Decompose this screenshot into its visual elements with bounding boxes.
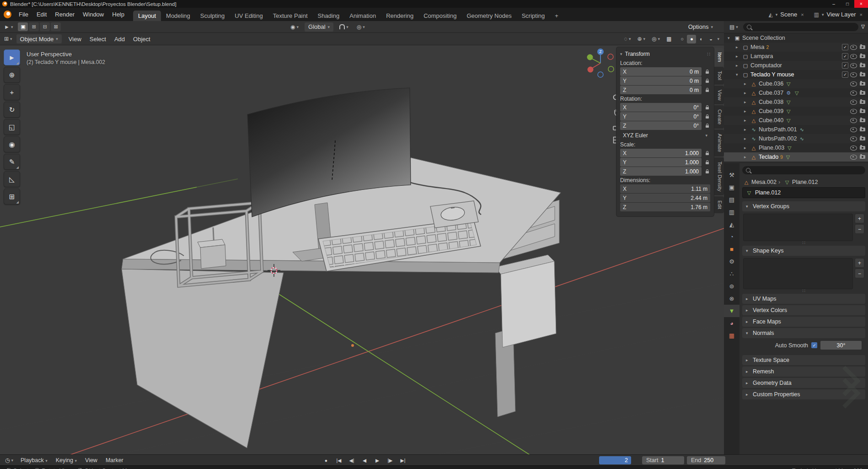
empty-list-box[interactable] bbox=[743, 214, 853, 241]
sidebar-tab[interactable]: Texel Density bbox=[714, 157, 724, 195]
sidebar-tab[interactable]: View bbox=[714, 86, 724, 105]
playback-button[interactable]: ▶ bbox=[371, 455, 383, 465]
item-label[interactable]: Cube.036 bbox=[759, 81, 783, 87]
gizmo-negx-axis[interactable] bbox=[608, 54, 613, 59]
breadcrumb-item[interactable]: ▽ Plane.012 bbox=[778, 179, 818, 185]
disclosure-arrow-icon[interactable]: ▾ bbox=[728, 36, 732, 40]
navigation-gizmo[interactable]: Z bbox=[584, 47, 616, 79]
outliner-row[interactable]: ▾ ▣ Scene Collection ✓ bbox=[724, 33, 868, 43]
disclosure-arrow-icon[interactable]: ▸ bbox=[744, 155, 749, 159]
shading-mode-button[interactable]: ○ bbox=[677, 35, 686, 43]
outliner-row[interactable]: ▸ ∿ NurbsPath.002 ∿ ✓ bbox=[724, 134, 868, 143]
select-mode-button[interactable]: ⊟ bbox=[40, 22, 50, 31]
transform-orientation-dropdown[interactable]: Global▾ bbox=[305, 22, 333, 32]
hide-viewport-eye-icon[interactable] bbox=[850, 45, 857, 50]
empty-list-box[interactable] bbox=[743, 258, 853, 289]
lock-icon[interactable] bbox=[704, 70, 710, 74]
editor-type-icon[interactable]: ◷▾ bbox=[3, 457, 16, 464]
disable-render-camera-icon[interactable] bbox=[860, 100, 865, 104]
xray-toggle-icon[interactable]: ▩ bbox=[664, 36, 674, 42]
hide-viewport-eye-icon[interactable] bbox=[850, 155, 857, 160]
properties-tab[interactable]: ⊗ bbox=[724, 292, 739, 305]
frame-end-field[interactable]: End 250 bbox=[687, 456, 725, 464]
disable-render-camera-icon[interactable] bbox=[860, 146, 865, 150]
menu-item[interactable]: Help bbox=[108, 11, 129, 18]
select-mode-button[interactable]: ⊠ bbox=[51, 22, 61, 31]
menu-item[interactable]: View bbox=[64, 36, 86, 43]
location-field[interactable]: Y0 m bbox=[620, 76, 702, 85]
datablock-name-field[interactable]: ▽ Plane.012 bbox=[742, 187, 865, 198]
breadcrumb-item[interactable]: △ Mesa.002 bbox=[743, 179, 777, 185]
collection-checkbox[interactable]: ✓ bbox=[842, 62, 848, 69]
properties-tab[interactable]: ▼ bbox=[724, 305, 739, 317]
properties-search-input[interactable] bbox=[742, 166, 865, 174]
sidebar-tab[interactable]: Create bbox=[714, 105, 724, 129]
sidebar-tab[interactable]: Edit bbox=[714, 196, 724, 213]
chevron-down-icon[interactable]: ▾ bbox=[822, 12, 824, 17]
panel-header[interactable]: ▸ Texture Space bbox=[742, 355, 865, 365]
location-field[interactable]: Z0 m bbox=[620, 86, 702, 94]
hide-viewport-eye-icon[interactable] bbox=[850, 136, 857, 141]
properties-tab[interactable]: ▥ bbox=[724, 206, 739, 218]
tool-button[interactable]: ⊕ ◢ bbox=[4, 67, 20, 83]
hide-viewport-eye-icon[interactable] bbox=[850, 100, 857, 105]
playback-button[interactable]: |◀ bbox=[333, 455, 345, 465]
item-label[interactable]: Cube.039 bbox=[759, 108, 783, 114]
disclosure-arrow-icon[interactable]: ▸ bbox=[744, 91, 749, 95]
view-layer-name[interactable]: View Layer bbox=[826, 11, 856, 18]
transform-panel-header[interactable]: ▾ Transform ∷ bbox=[620, 49, 710, 59]
disclosure-arrow-icon[interactable]: ▸ bbox=[744, 100, 749, 104]
properties-tab[interactable]: ⊚ bbox=[724, 280, 739, 292]
lock-icon[interactable] bbox=[704, 114, 710, 119]
menu-item[interactable]: Edit bbox=[32, 11, 51, 18]
auto-smooth-checkbox[interactable]: ✓ bbox=[811, 342, 817, 348]
properties-tab[interactable]: ⚙ bbox=[724, 255, 739, 268]
outliner-search-input[interactable] bbox=[743, 23, 858, 31]
workspace-tab[interactable]: Layout bbox=[133, 11, 161, 21]
scene-name[interactable]: Scene bbox=[780, 11, 797, 18]
scale-field[interactable]: Z1.000 bbox=[620, 167, 702, 176]
disclosure-arrow-icon[interactable]: ▸ bbox=[744, 118, 749, 123]
disclosure-arrow-icon[interactable]: ▸ bbox=[736, 45, 740, 49]
shading-dropdown-icon[interactable]: ▾ bbox=[717, 37, 719, 41]
hide-viewport-eye-icon[interactable] bbox=[850, 72, 857, 77]
drag-grip-icon[interactable]: ∷ bbox=[707, 51, 710, 57]
lock-icon[interactable] bbox=[704, 151, 710, 155]
minimize-button[interactable]: – bbox=[827, 0, 841, 8]
properties-tab[interactable]: ▣ bbox=[724, 181, 739, 194]
disclosure-arrow-icon[interactable]: ▸ bbox=[736, 63, 740, 68]
properties-tab[interactable]: ⚒ bbox=[724, 169, 739, 181]
disable-render-camera-icon[interactable] bbox=[860, 45, 865, 49]
playback-button[interactable]: ◀ bbox=[359, 455, 370, 465]
remove-button[interactable]: − bbox=[855, 224, 864, 234]
menu-item[interactable]: View ▾ bbox=[81, 457, 102, 464]
disclosure-arrow-icon[interactable]: ▸ bbox=[744, 109, 749, 113]
hide-viewport-eye-icon[interactable] bbox=[850, 146, 857, 151]
properties-tab[interactable]: ▤ bbox=[724, 194, 739, 206]
menu-item[interactable]: Playback ▾ bbox=[16, 457, 52, 464]
menu-item[interactable]: Marker ▾ bbox=[102, 457, 128, 464]
item-label[interactable]: Cube.040 bbox=[759, 117, 783, 124]
panel-header[interactable]: ▾ Vertex Groups bbox=[742, 201, 865, 211]
panel-header[interactable]: ▾ Shape Keys bbox=[742, 246, 865, 256]
tool-button[interactable]: ◱ ◢ bbox=[4, 119, 20, 135]
disable-render-camera-icon[interactable] bbox=[860, 91, 865, 95]
gizmo-x-axis[interactable] bbox=[588, 67, 594, 73]
workspace-tab[interactable]: UV Editing bbox=[230, 11, 268, 21]
select-mode-button[interactable]: ▣ bbox=[18, 22, 28, 31]
hide-viewport-eye-icon[interactable] bbox=[850, 109, 857, 114]
options-dropdown[interactable]: Options▾ bbox=[685, 22, 717, 32]
item-label[interactable]: Computador bbox=[750, 62, 782, 69]
snapping-magnet-icon[interactable]: ▾ bbox=[337, 24, 351, 29]
playback-button[interactable]: ▶| bbox=[397, 455, 409, 465]
properties-tab[interactable]: ◭ bbox=[724, 218, 739, 231]
gizmos-icon[interactable]: ⊕▾ bbox=[635, 36, 648, 42]
panel-header[interactable]: ▸ UV Maps bbox=[742, 294, 865, 304]
properties-tab[interactable]: ■ bbox=[724, 243, 739, 255]
disable-render-camera-icon[interactable] bbox=[860, 54, 865, 58]
close-button[interactable]: × bbox=[854, 0, 868, 8]
workspace-tab[interactable]: Modeling bbox=[161, 11, 195, 21]
tool-button[interactable]: ► ◢ bbox=[4, 49, 20, 65]
location-field[interactable]: X0 m bbox=[620, 67, 702, 76]
shading-mode-button[interactable]: ◐ bbox=[697, 35, 706, 43]
